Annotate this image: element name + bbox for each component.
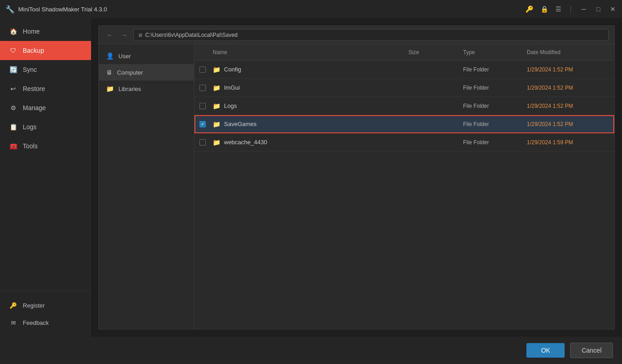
tree-item-computer-label: Computer [117, 69, 143, 76]
sidebar-item-home[interactable]: 🏠 Home [0, 22, 91, 41]
tree-item-libraries-label: Libraries [118, 86, 141, 92]
lock-icon[interactable]: 🔒 [540, 5, 548, 13]
tree-panel: 👤 User 🖥 Computer 📁 Libraries [99, 44, 194, 329]
row-label-logs: Logs [224, 102, 237, 109]
sidebar-label-backup: Backup [23, 47, 44, 54]
row-check-webcache[interactable] [194, 139, 211, 146]
menu-icon[interactable]: ☰ [556, 5, 561, 13]
sidebar: 🏠 Home 🛡 Backup 🔄 Sync ↩ Restore ⚙ Manag… [0, 18, 91, 337]
sidebar-label-restore: Restore [23, 85, 45, 92]
row-type-imgui: File Folder [459, 85, 523, 91]
row-type-config: File Folder [459, 66, 523, 73]
row-name-webcache: 📁 webcache_4430 [211, 139, 405, 146]
title-bar-left: 🔧 MiniTool ShadowMaker Trial 4.3.0 [5, 5, 107, 14]
backup-icon: 🛡 [9, 46, 17, 55]
folder-icon-webcache: 📁 [213, 139, 220, 146]
sidebar-item-sync[interactable]: 🔄 Sync [0, 60, 91, 79]
file-browser: ← → 🖥 C:\Users\6v\AppData\Local\Pal\Save… [98, 25, 615, 329]
row-check-logs[interactable] [194, 103, 211, 109]
manage-icon: ⚙ [9, 104, 17, 112]
browser-body: 👤 User 🖥 Computer 📁 Libraries [99, 44, 614, 329]
divider [571, 5, 571, 13]
sidebar-label-manage: Manage [23, 104, 46, 111]
row-name-config: 📁 Config [211, 66, 405, 73]
forward-button[interactable]: → [119, 30, 130, 40]
row-label-savegames: SaveGames [224, 121, 257, 127]
col-header-size: Size [405, 49, 459, 56]
row-label-config: Config [224, 66, 241, 73]
sync-icon: 🔄 [9, 66, 17, 74]
row-check-imgui[interactable] [194, 85, 211, 91]
row-name-savegames: 📁 SaveGames [211, 121, 405, 128]
checkbox-logs[interactable] [199, 103, 206, 109]
window-controls: 🔑 🔒 ☰ ─ □ ✕ [525, 5, 617, 13]
row-date-imgui: 1/29/2024 1:52 PM [523, 85, 614, 91]
col-header-date: Date Modified [523, 49, 614, 56]
checkbox-savegames[interactable] [199, 121, 206, 127]
logs-icon: 📋 [9, 123, 17, 131]
libraries-tree-icon: 📁 [106, 85, 114, 92]
file-list-panel: Name Size Type Date Modified [194, 44, 614, 329]
app-title: MiniTool ShadowMaker Trial 4.3.0 [18, 6, 107, 13]
row-check-savegames[interactable] [194, 121, 211, 127]
app-icon: 🔧 [5, 5, 15, 14]
maximize-button[interactable]: □ [595, 5, 602, 13]
home-icon: 🏠 [9, 27, 17, 35]
tree-item-user-label: User [118, 53, 131, 60]
row-label-imgui: ImGui [224, 84, 240, 91]
tree-item-libraries[interactable]: 📁 Libraries [99, 81, 194, 97]
key-icon[interactable]: 🔑 [525, 5, 533, 13]
row-date-logs: 1/29/2024 1:52 PM [523, 103, 614, 109]
sidebar-label-tools: Tools [23, 142, 38, 150]
register-icon: 🔑 [9, 301, 17, 309]
nav-bar: ← → 🖥 C:\Users\6v\AppData\Local\Pal\Save… [99, 26, 614, 44]
content-area: ← → 🖥 C:\Users\6v\AppData\Local\Pal\Save… [91, 18, 622, 337]
table-row[interactable]: 📁 Config File Folder 1/29/2024 1:52 PM [194, 61, 614, 79]
col-header-type: Type [459, 49, 523, 56]
table-row[interactable]: 📁 Logs File Folder 1/29/2024 1:52 PM [194, 97, 614, 115]
cancel-button[interactable]: Cancel [570, 343, 613, 358]
sidebar-item-restore[interactable]: ↩ Restore [0, 79, 91, 98]
bottom-bar: OK Cancel [0, 337, 622, 364]
sidebar-label-feedback: Feedback [23, 319, 49, 326]
tree-item-computer[interactable]: 🖥 Computer [99, 64, 194, 81]
checkbox-config[interactable] [199, 66, 206, 73]
row-type-savegames: File Folder [459, 121, 523, 127]
tree-item-user[interactable]: 👤 User [99, 48, 194, 64]
sidebar-register[interactable]: 🔑 Register [0, 297, 91, 314]
row-check-config[interactable] [194, 66, 211, 73]
sidebar-item-logs[interactable]: 📋 Logs [0, 117, 91, 136]
sidebar-label-logs: Logs [23, 123, 36, 131]
minimize-button[interactable]: ─ [580, 5, 587, 13]
sidebar-bottom: 🔑 Register ✉ Feedback [0, 291, 91, 337]
col-header-name: Name [211, 49, 405, 56]
table-row[interactable]: 📁 ImGui File Folder 1/29/2024 1:52 PM [194, 79, 614, 97]
ok-button[interactable]: OK [526, 343, 565, 358]
folder-icon-savegames: 📁 [213, 121, 220, 128]
checkbox-imgui[interactable] [199, 85, 206, 91]
computer-tree-icon: 🖥 [106, 69, 112, 76]
sidebar-item-manage[interactable]: ⚙ Manage [0, 98, 91, 117]
table-row[interactable]: 📁 webcache_4430 File Folder 1/29/2024 1:… [194, 133, 614, 152]
back-button[interactable]: ← [104, 30, 115, 40]
sidebar-item-tools[interactable]: 🧰 Tools [0, 136, 91, 156]
folder-icon-logs: 📁 [213, 102, 220, 110]
column-headers: Name Size Type Date Modified [194, 44, 614, 61]
row-name-logs: 📁 Logs [211, 102, 405, 110]
folder-icon-config: 📁 [213, 66, 220, 73]
row-date-webcache: 1/29/2024 1:59 PM [523, 139, 614, 146]
file-rows: 📁 Config File Folder 1/29/2024 1:52 PM [194, 61, 614, 329]
sidebar-nav: 🏠 Home 🛡 Backup 🔄 Sync ↩ Restore ⚙ Manag… [0, 18, 91, 291]
sidebar-feedback[interactable]: ✉ Feedback [0, 314, 91, 331]
restore-icon: ↩ [9, 85, 17, 93]
row-date-savegames: 1/29/2024 1:52 PM [523, 121, 614, 127]
path-bar: 🖥 C:\Users\6v\AppData\Local\Pal\Saved [133, 29, 609, 41]
sidebar-label-sync: Sync [23, 66, 37, 73]
checkbox-webcache[interactable] [199, 139, 206, 146]
sidebar-label-register: Register [23, 302, 45, 309]
close-button[interactable]: ✕ [609, 5, 617, 13]
table-row[interactable]: 📁 SaveGames File Folder 1/29/2024 1:52 P… [194, 115, 614, 133]
path-drive-icon: 🖥 [138, 32, 143, 38]
sidebar-item-backup[interactable]: 🛡 Backup [0, 41, 91, 60]
row-label-webcache: webcache_4430 [224, 139, 267, 146]
